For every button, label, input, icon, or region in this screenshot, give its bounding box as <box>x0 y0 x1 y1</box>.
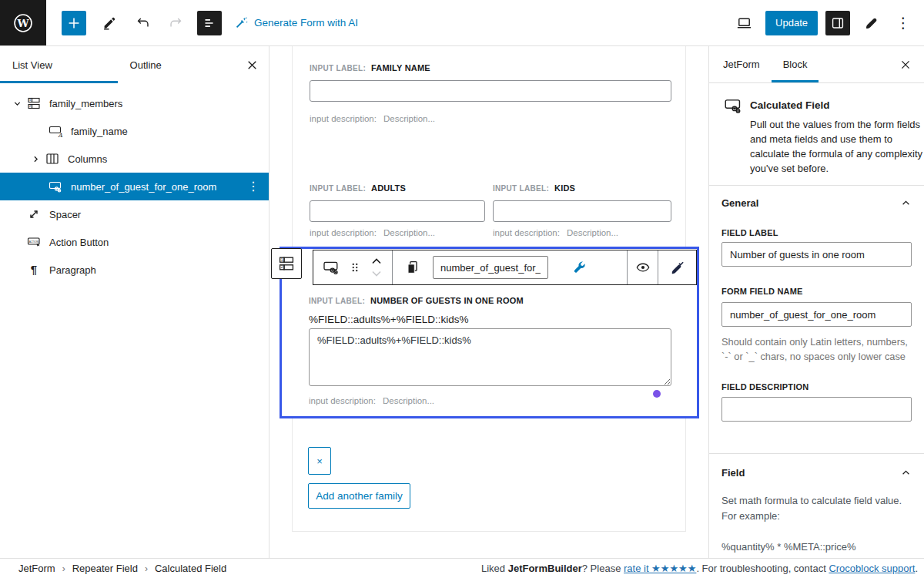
editor-topbar: W <box>0 0 924 46</box>
update-button[interactable]: Update <box>765 11 818 35</box>
styles-brush-icon <box>863 15 880 32</box>
settings-close-button[interactable] <box>889 46 922 82</box>
family-name-input[interactable] <box>310 80 671 102</box>
drag-handle[interactable] <box>345 254 365 281</box>
visibility-button[interactable] <box>631 254 654 281</box>
field-settings-button[interactable] <box>565 254 593 281</box>
svg-text:1: 1 <box>281 257 283 262</box>
block-type-button[interactable] <box>317 254 345 281</box>
general-collapse-button[interactable] <box>896 193 915 212</box>
tab-jetform[interactable]: JetForm <box>711 46 772 82</box>
field-description-label: FIELD DESCRIPTION <box>721 382 808 391</box>
wordpress-logo-icon: W <box>12 12 34 34</box>
settings-body: Calculated Field Pull out the values fro… <box>709 83 924 558</box>
redo-button[interactable] <box>162 9 189 37</box>
add-repeater-row-button[interactable]: Add another family <box>308 483 410 509</box>
clear-styles-button[interactable] <box>664 254 691 281</box>
block-card-title: Calculated Field <box>750 99 830 111</box>
field-section-header[interactable]: Field <box>721 467 745 479</box>
plugin-name: JetFormBuilder <box>508 563 582 574</box>
kids-field-label: INPUT LABEL:KIDS <box>493 183 575 193</box>
calculated-field-label: INPUT LABEL:NUMBER OF GUESTS IN ONE ROOM <box>309 296 524 305</box>
calculated-field-icon <box>322 258 340 277</box>
generate-form-ai-label: Generate Form with AI <box>254 17 358 29</box>
move-down-button[interactable] <box>370 267 383 280</box>
wordpress-logo-button[interactable]: W <box>0 0 46 45</box>
tree-item-label: family_members <box>49 98 122 109</box>
tab-block[interactable]: Block <box>772 46 819 82</box>
tree-item-paragraph[interactable]: ¶ Paragraph <box>0 256 269 284</box>
field-collapse-button[interactable] <box>896 463 915 482</box>
chevron-down-icon[interactable] <box>8 99 26 109</box>
formula-preview-text: %FIELD::adults%+%FIELD::kids% <box>309 314 468 325</box>
tree-item-spacer[interactable]: Spacer <box>0 200 269 228</box>
brush-check-icon <box>668 259 686 277</box>
form-field-name-input[interactable] <box>721 302 912 327</box>
tree-item-columns[interactable]: Columns <box>0 145 269 173</box>
form-field-name-label: FORM FIELD NAME <box>721 287 803 296</box>
remove-repeater-row-button[interactable]: × <box>308 447 331 475</box>
magic-wand-icon <box>234 15 249 30</box>
text-field-icon: A <box>48 123 63 139</box>
general-section-header[interactable]: General <box>721 197 758 209</box>
paragraph-icon: ¶ <box>26 262 42 277</box>
chevron-right-icon[interactable] <box>26 154 45 164</box>
undo-button[interactable] <box>129 9 157 37</box>
breadcrumb-calculated-field[interactable]: Calculated Field <box>155 563 226 574</box>
breadcrumb-repeater-field[interactable]: Repeater Field <box>72 563 138 574</box>
duplicate-pages-icon <box>404 259 421 276</box>
svg-text:2: 2 <box>281 264 283 269</box>
wrench-icon <box>571 260 588 276</box>
support-link[interactable]: Crocoblock support <box>829 563 915 574</box>
generate-form-ai-link[interactable]: Generate Form with AI <box>234 15 358 30</box>
divider <box>709 185 924 186</box>
preview-button[interactable] <box>730 9 758 37</box>
list-view-toggle-button[interactable] <box>197 11 222 35</box>
chevron-up-icon <box>899 197 912 210</box>
tree-item-label: family_name <box>71 126 128 137</box>
calculated-field-icon <box>723 96 743 116</box>
move-up-button[interactable] <box>370 255 383 267</box>
calculated-field-description: input description:Description... <box>309 396 434 405</box>
tab-outline[interactable]: Outline <box>118 46 236 83</box>
drag-dots-icon <box>348 260 362 274</box>
settings-sidebar-toggle-button[interactable] <box>825 11 850 35</box>
tree-item-family-name[interactable]: A family_name <box>0 117 269 145</box>
tools-button[interactable] <box>95 9 123 37</box>
rate-link[interactable]: rate it ★★★★★ <box>624 563 696 574</box>
close-icon <box>244 57 260 73</box>
kids-input[interactable] <box>493 200 671 222</box>
field-section-help: Set math formula to calculate field valu… <box>721 493 916 523</box>
field-description-input[interactable] <box>721 397 912 422</box>
footer-message: Liked JetFormBuilder? Please rate it ★★★… <box>481 563 924 574</box>
list-view-sidebar: List View Outline 1 2 family_members <box>0 46 270 558</box>
laptop-icon <box>735 14 753 32</box>
family-name-field-label: INPUT LABEL:FAMILY NAME <box>310 63 430 72</box>
tab-list-view[interactable]: List View <box>0 46 118 83</box>
tree-item-calculated-field[interactable]: number_of_guest_for_one_room ⋮ <box>0 173 269 200</box>
tree-item-family-members[interactable]: 1 2 family_members <box>0 89 269 117</box>
list-view-close-button[interactable] <box>235 46 269 83</box>
field-label-input[interactable] <box>721 242 912 267</box>
tree-item-label: Paragraph <box>49 264 96 276</box>
chevron-down-icon <box>370 268 383 279</box>
toolbar-group-style <box>658 250 696 284</box>
select-parent-repeater-button[interactable]: 1 2 <box>271 248 302 279</box>
block-inserter-button[interactable] <box>62 11 86 35</box>
copy-macros-button[interactable] <box>399 254 427 281</box>
formula-textarea[interactable] <box>309 328 671 386</box>
adults-input[interactable] <box>310 200 485 222</box>
form-field-name-toolbar-input[interactable] <box>433 256 548 279</box>
styles-button[interactable] <box>858 9 886 37</box>
repeater-field-icon: 1 2 <box>277 254 296 273</box>
tree-item-label: number_of_guest_for_one_room <box>71 181 216 193</box>
columns-icon <box>45 151 60 166</box>
list-view-icon <box>201 15 218 32</box>
redo-icon <box>167 15 184 32</box>
breadcrumb-jetform[interactable]: JetForm <box>18 563 55 574</box>
editor-canvas: INPUT LABEL:FAMILY NAME input descriptio… <box>270 46 708 558</box>
tree-item-options-kebab-icon[interactable]: ⋮ <box>247 180 259 193</box>
tree-item-action-button[interactable]: ACTION Action Button <box>0 228 269 256</box>
options-menu-button[interactable]: ⋮ <box>893 9 913 37</box>
editor-footer: JetForm › Repeater Field › Calculated Fi… <box>0 558 924 578</box>
